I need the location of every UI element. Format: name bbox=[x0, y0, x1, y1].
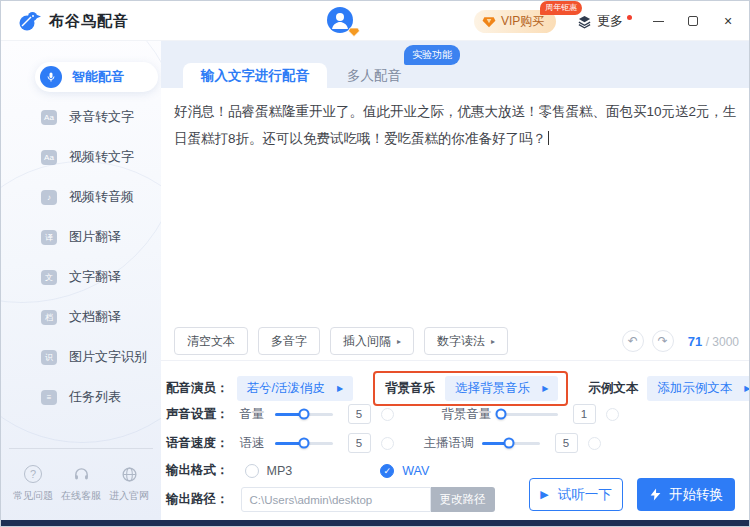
insert-pause-button[interactable]: 插入间隔 ▸ bbox=[330, 327, 414, 355]
volume-slider[interactable] bbox=[275, 413, 333, 416]
bgm-highlight-box: 背景音乐 选择背景音乐 ▶ bbox=[373, 371, 568, 406]
online-support-label: 在线客服 bbox=[61, 489, 101, 503]
sidebar: 智能配音 Aa 录音转文字 Aa 视频转文字 ♪ 视频转音频 译 图片翻译 文 … bbox=[1, 41, 161, 520]
sidebar-item-document-translate[interactable]: 档 文档翻译 bbox=[1, 297, 161, 337]
sidebar-divider bbox=[9, 448, 153, 449]
tab-text-to-voice[interactable]: 输入文字进行配音 bbox=[183, 63, 327, 88]
bg-volume-label: 背景音量 bbox=[442, 406, 492, 423]
text-translate-icon: 文 bbox=[41, 270, 57, 285]
check-icon: ✓ bbox=[383, 466, 391, 476]
sidebar-item-video-to-text[interactable]: Aa 视频转文字 bbox=[1, 137, 161, 177]
audio-to-text-icon: Aa bbox=[41, 110, 57, 125]
bgm-select-label: 选择背景音乐 bbox=[455, 380, 530, 397]
volume-reset-icon[interactable] bbox=[381, 408, 394, 421]
voice-actor-select[interactable]: 若兮/活泼俏皮 ▶ bbox=[237, 376, 354, 401]
headset-icon bbox=[72, 465, 90, 483]
official-site-link[interactable]: 进入官网 bbox=[105, 465, 153, 503]
play-icon: ▶ bbox=[540, 488, 548, 501]
sidebar-item-label: 图片翻译 bbox=[69, 228, 121, 246]
output-path-input[interactable]: C:\Users\admin\desktop bbox=[241, 487, 431, 512]
speed-reset-icon[interactable] bbox=[381, 437, 394, 450]
output-format-label: 输出格式： bbox=[166, 462, 229, 479]
text-cursor bbox=[548, 131, 549, 145]
sidebar-item-smart-dubbing[interactable]: 智能配音 bbox=[1, 57, 161, 97]
output-format-row: 输出格式： MP3 ✓ WAV bbox=[166, 462, 429, 479]
tab-bar: 输入文字进行配音 多人配音 实验功能 bbox=[161, 41, 749, 88]
preview-button[interactable]: ▶ 试听一下 bbox=[529, 478, 623, 511]
change-path-button[interactable]: 更改路径 bbox=[431, 487, 495, 512]
output-path-row: 输出路径： C:\Users\admin\desktop 更改路径 bbox=[166, 487, 495, 512]
sidebar-item-image-translate[interactable]: 译 图片翻译 bbox=[1, 217, 161, 257]
globe-icon bbox=[120, 465, 138, 483]
pitch-slider[interactable] bbox=[482, 442, 540, 445]
close-button[interactable]: × bbox=[719, 12, 737, 30]
sample-text-label: 示例文本 bbox=[588, 380, 638, 397]
number-reading-button[interactable]: 数字读法 ▸ bbox=[424, 327, 508, 355]
speed-value-box[interactable]: 5 bbox=[348, 433, 371, 453]
volume-value-box[interactable]: 5 bbox=[348, 404, 371, 424]
app-window: 布谷鸟配音 VIP购买 周年钜惠 bbox=[0, 0, 750, 527]
faq-link[interactable]: ? 常见问题 bbox=[9, 465, 57, 503]
clear-text-button[interactable]: 清空文本 bbox=[174, 327, 248, 355]
tab-multi-voice[interactable]: 多人配音 bbox=[329, 63, 419, 88]
bg-volume-slider[interactable] bbox=[500, 413, 558, 416]
char-counter: 71 / 3000 bbox=[688, 332, 739, 350]
mp3-label: MP3 bbox=[267, 464, 293, 478]
pitch-value-box[interactable]: 5 bbox=[555, 433, 578, 453]
bottom-accent-strip bbox=[1, 520, 749, 526]
undo-icon[interactable]: ↶ bbox=[622, 330, 644, 352]
bgm-label: 背景音乐 bbox=[385, 380, 435, 397]
sidebar-item-label: 录音转文字 bbox=[69, 108, 134, 126]
app-title: 布谷鸟配音 bbox=[49, 12, 129, 31]
sidebar-item-task-list[interactable]: ≡ 任务列表 bbox=[1, 377, 161, 417]
speech-speed-label: 语音速度： bbox=[166, 435, 229, 452]
speed-settings-row: 语音速度： 语速 5 主播语调 5 bbox=[166, 433, 601, 453]
radio-wav[interactable]: ✓ bbox=[380, 464, 394, 478]
insert-pause-label: 插入间隔 bbox=[343, 333, 391, 350]
vip-gem-badge-icon bbox=[348, 27, 360, 37]
faq-label: 常见问题 bbox=[13, 489, 53, 503]
radio-mp3[interactable] bbox=[245, 464, 259, 478]
text-input-area[interactable]: 好消息！品睿蛋糕隆重开业了。值此开业之际，优惠大放送！零售蛋糕、面包买10元送2… bbox=[174, 98, 740, 323]
polyphone-button[interactable]: 多音字 bbox=[258, 327, 320, 355]
pitch-reset-icon[interactable] bbox=[588, 437, 601, 450]
minimize-button[interactable] bbox=[649, 12, 667, 30]
speed-label: 语速 bbox=[240, 435, 265, 452]
question-icon: ? bbox=[24, 465, 42, 483]
start-convert-button[interactable]: 开始转换 bbox=[637, 478, 735, 511]
volume-label: 音量 bbox=[240, 406, 265, 423]
sidebar-item-text-translate[interactable]: 文 文字翻译 bbox=[1, 257, 161, 297]
sidebar-item-label: 图片文字识别 bbox=[69, 348, 147, 366]
bg-volume-value-box[interactable]: 1 bbox=[573, 404, 596, 424]
bgm-select-button[interactable]: 选择背景音乐 ▶ bbox=[445, 376, 558, 401]
video-to-text-icon: Aa bbox=[41, 150, 57, 165]
vip-diamond-icon bbox=[482, 16, 496, 28]
sidebar-item-label: 文档翻译 bbox=[69, 308, 121, 326]
speed-slider[interactable] bbox=[275, 442, 333, 445]
caret-right-icon: ▸ bbox=[397, 337, 401, 346]
notification-dot bbox=[627, 15, 632, 20]
bg-volume-reset-icon[interactable] bbox=[606, 408, 619, 421]
caret-right-icon: ▶ bbox=[542, 384, 548, 393]
editor-text: 好消息！品睿蛋糕隆重开业了。值此开业之际，优惠大放送！零售蛋糕、面包买10元送2… bbox=[174, 104, 737, 146]
ocr-icon: 识 bbox=[41, 350, 57, 365]
official-site-label: 进入官网 bbox=[109, 489, 149, 503]
sidebar-item-audio-to-text[interactable]: Aa 录音转文字 bbox=[1, 97, 161, 137]
vip-purchase-button[interactable]: VIP购买 周年钜惠 bbox=[474, 10, 556, 33]
more-menu-button[interactable]: 更多 bbox=[577, 11, 632, 31]
redo-icon[interactable]: ↷ bbox=[652, 330, 674, 352]
sidebar-menu: 智能配音 Aa 录音转文字 Aa 视频转文字 ♪ 视频转音频 译 图片翻译 文 … bbox=[1, 41, 161, 417]
sidebar-item-label: 智能配音 bbox=[72, 68, 124, 86]
microphone-icon bbox=[40, 66, 62, 88]
user-avatar[interactable] bbox=[327, 7, 357, 37]
sidebar-item-ocr[interactable]: 识 图片文字识别 bbox=[1, 337, 161, 377]
maximize-button[interactable] bbox=[684, 12, 702, 30]
sidebar-item-video-to-audio[interactable]: ♪ 视频转音频 bbox=[1, 177, 161, 217]
start-convert-label: 开始转换 bbox=[669, 486, 723, 504]
sidebar-footer: ? 常见问题 在线客服 bbox=[1, 465, 161, 503]
online-support-link[interactable]: 在线客服 bbox=[57, 465, 105, 503]
add-sample-text-button[interactable]: 添加示例文本 ▶ bbox=[647, 376, 750, 401]
bolt-icon bbox=[649, 487, 662, 502]
experimental-feature-badge: 实验功能 bbox=[404, 45, 460, 65]
title-bar: 布谷鸟配音 VIP购买 周年钜惠 bbox=[1, 1, 749, 41]
